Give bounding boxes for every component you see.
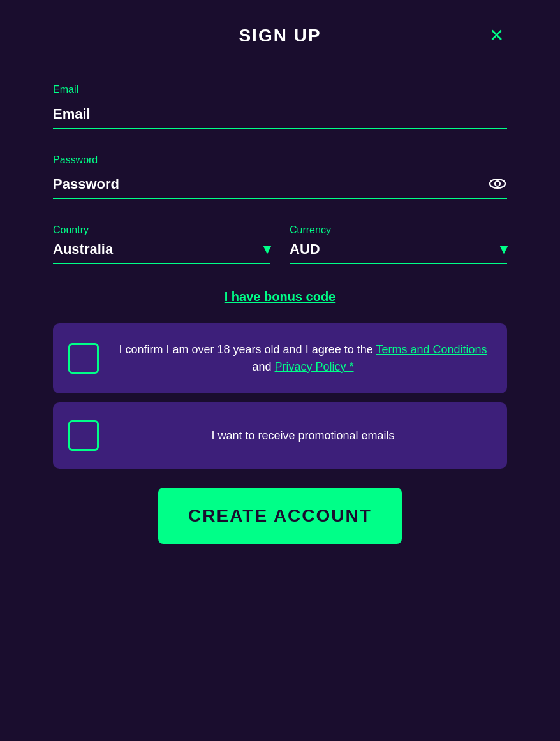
page-title: SIGN UP: [239, 26, 321, 46]
password-field-group: Password: [53, 154, 507, 199]
currency-label: Currency: [290, 224, 507, 236]
password-label: Password: [53, 154, 507, 166]
create-account-button[interactable]: CREATE ACCOUNT: [158, 488, 402, 544]
country-chevron-icon: ▾: [263, 241, 270, 258]
page-container: SIGN UP ✕ Email Password: [0, 0, 560, 741]
privacy-link[interactable]: Privacy Policy *: [275, 360, 354, 373]
promo-checkbox-card: I want to receive promotional emails: [53, 402, 507, 469]
bonus-code-section: I have bonus code: [53, 290, 507, 304]
terms-text: I confirm I am over 18 years old and I a…: [114, 341, 492, 376]
currency-value: AUD: [290, 241, 320, 258]
terms-text-before: I confirm I am over 18 years old and I a…: [119, 343, 376, 356]
currency-chevron-icon: ▾: [500, 241, 507, 258]
svg-point-1: [495, 181, 500, 186]
promo-text: I want to receive promotional emails: [114, 427, 492, 444]
country-value: Australia: [53, 241, 113, 258]
password-input-wrapper: [53, 171, 507, 199]
bonus-code-link[interactable]: I have bonus code: [225, 290, 335, 304]
terms-checkbox[interactable]: [68, 343, 99, 374]
country-label: Country: [53, 224, 270, 236]
password-input[interactable]: [53, 171, 507, 199]
close-button[interactable]: ✕: [486, 24, 507, 48]
show-password-icon[interactable]: [488, 174, 507, 196]
dropdowns-row: Country Australia ▾ Currency AUD ▾: [53, 224, 507, 264]
email-field-group: Email: [53, 84, 507, 129]
terms-checkbox-card: I confirm I am over 18 years old and I a…: [53, 323, 507, 393]
promo-checkbox[interactable]: [68, 420, 99, 451]
terms-text-and: and: [252, 360, 274, 373]
header: SIGN UP ✕: [53, 26, 507, 46]
email-input[interactable]: [53, 101, 507, 129]
currency-dropdown[interactable]: AUD ▾: [290, 241, 507, 264]
checkbox-section: I confirm I am over 18 years old and I a…: [53, 323, 507, 469]
country-dropdown[interactable]: Australia ▾: [53, 241, 270, 264]
email-label: Email: [53, 84, 507, 96]
signup-form: Email Password Country: [53, 84, 507, 544]
email-input-wrapper: [53, 101, 507, 129]
country-dropdown-group: Country Australia ▾: [53, 224, 270, 264]
currency-dropdown-group: Currency AUD ▾: [290, 224, 507, 264]
terms-link[interactable]: Terms and Conditions: [376, 343, 487, 356]
